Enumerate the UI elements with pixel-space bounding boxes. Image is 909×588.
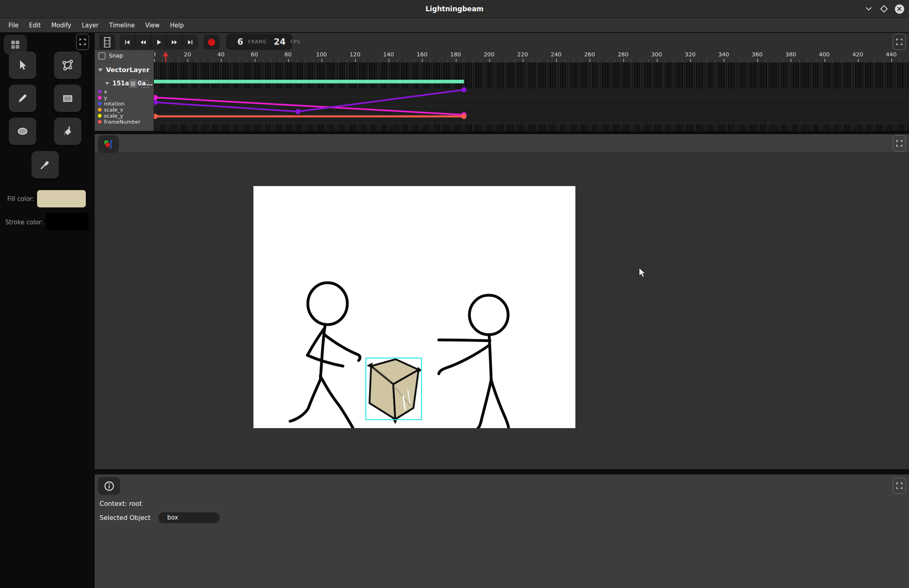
ruler-tick — [363, 60, 364, 62]
skip-start-button[interactable] — [120, 35, 135, 50]
timeline-expand-button[interactable] — [893, 34, 906, 50]
ruler-tick — [573, 60, 573, 62]
maximize-button[interactable] — [879, 4, 889, 14]
snap-checkbox[interactable] — [98, 52, 106, 60]
canvas-expand-button[interactable] — [893, 135, 906, 151]
timeline-ruler[interactable]: 0204060801001201401601802002202402602803… — [154, 50, 909, 62]
ruler-tick — [322, 59, 322, 62]
ruler-tick — [313, 60, 313, 62]
menu-item-view[interactable]: View — [140, 18, 165, 33]
close-button[interactable] — [894, 4, 904, 14]
frame-fps-panel[interactable]: 6 FRAME 24 FPS — [226, 34, 292, 50]
frame-value: 6 — [237, 37, 243, 47]
filmstrip-icon — [103, 37, 111, 48]
eyedropper-icon — [39, 159, 51, 171]
ruler-tick — [715, 60, 716, 62]
inspector-expand-button[interactable] — [893, 478, 906, 494]
y-curve[interactable] — [155, 97, 464, 115]
ruler-tick — [347, 60, 347, 62]
eyedropper-tool-button[interactable] — [31, 151, 59, 178]
x-curve-keyframe-dot[interactable] — [295, 109, 301, 114]
fast-forward-icon — [170, 39, 178, 46]
stick-figure-left[interactable] — [290, 283, 360, 428]
property-color-dot — [98, 120, 102, 124]
menu-item-edit[interactable]: Edit — [24, 18, 46, 33]
rectangle-tool-button[interactable] — [54, 85, 81, 112]
tools-expand-button[interactable] — [76, 34, 89, 50]
menu-item-file[interactable]: File — [3, 18, 24, 33]
ruler-tick — [388, 59, 389, 62]
frame-unit-label: FRAME — [248, 39, 267, 45]
skip-start-icon — [124, 39, 131, 46]
stroke-color-swatch[interactable] — [46, 213, 89, 230]
ruler-tick — [900, 60, 900, 62]
pencil-tool-button[interactable] — [9, 85, 36, 112]
ruler-tick — [598, 60, 598, 62]
sublayer-collapse-icon[interactable] — [105, 82, 109, 85]
x-curve-keyframe-dot[interactable] — [154, 100, 158, 105]
timeline-curves[interactable] — [154, 62, 909, 131]
ellipse-tool-button[interactable] — [9, 118, 36, 145]
property-row-y[interactable]: y — [95, 95, 154, 101]
canvas-shapes-button[interactable] — [98, 135, 119, 153]
property-row-rotation[interactable]: rotation — [95, 101, 154, 107]
x-curve-keyframe-dot[interactable] — [461, 87, 467, 93]
stick-figure-right[interactable] — [439, 295, 508, 428]
paint-bucket-tool-button[interactable] — [54, 118, 81, 145]
selected-object-input[interactable]: box — [158, 512, 220, 523]
rewind-button[interactable] — [135, 35, 151, 50]
ruler-tick — [229, 60, 230, 62]
menu-item-help[interactable]: Help — [165, 18, 189, 33]
ruler-tick — [238, 60, 238, 62]
property-row-x[interactable]: x — [95, 89, 154, 95]
ruler-tick — [171, 60, 171, 62]
property-row-scale_y[interactable]: scale_y — [95, 113, 154, 119]
film-button[interactable] — [99, 35, 115, 50]
record-button[interactable] — [203, 35, 220, 50]
box-object[interactable] — [367, 359, 422, 424]
property-row-frameNumber[interactable]: frameNumber — [95, 119, 154, 125]
transform-tool-button[interactable] — [54, 52, 81, 79]
stage[interactable] — [253, 186, 575, 428]
frameNumber-curve-keyframe-dot[interactable] — [154, 114, 158, 119]
sublayer-row[interactable]: 151ad70a... ~ — [95, 79, 154, 89]
ruler-tick — [196, 60, 196, 62]
ruler-label: 260 — [584, 51, 595, 58]
property-color-dot — [98, 108, 102, 112]
layer-collapse-icon[interactable] — [98, 68, 103, 72]
frameNumber-curve-keyframe-dot[interactable] — [461, 114, 467, 119]
ruler-tick — [874, 60, 875, 62]
fill-color-swatch[interactable] — [37, 190, 86, 207]
minimize-button[interactable] — [864, 4, 874, 14]
menu-item-timeline[interactable]: Timeline — [104, 18, 140, 33]
ruler-tick — [472, 60, 473, 62]
ruler-label: 380 — [785, 51, 796, 58]
ellipse-icon — [17, 125, 29, 137]
sublayer-square-toggle[interactable] — [129, 79, 137, 88]
ruler-tick — [883, 60, 883, 62]
property-color-dot — [98, 96, 102, 99]
ruler-tick — [791, 59, 791, 62]
sublayer-tilde-toggle[interactable]: ~ — [141, 80, 149, 88]
select-tool-button[interactable] — [9, 52, 36, 79]
playhead-marker[interactable] — [163, 52, 168, 62]
ruler-tick — [807, 60, 808, 62]
ruler-tick — [204, 60, 205, 62]
stroke-color-label: Stroke color: — [5, 219, 43, 226]
ruler-tick — [414, 60, 414, 62]
ruler-tick — [816, 60, 816, 62]
skip-end-button[interactable] — [183, 35, 198, 50]
ruler-tick — [757, 59, 758, 62]
info-button[interactable] — [98, 477, 120, 495]
ruler-tick — [657, 59, 658, 62]
fast-forward-button[interactable] — [167, 35, 183, 50]
keyframe-span-bar[interactable] — [154, 80, 464, 83]
layer-row[interactable]: VectorLayer [L] — [95, 62, 154, 79]
property-row-scale_x[interactable]: scale_x — [95, 107, 154, 113]
play-button[interactable] — [151, 35, 167, 50]
tools-panel: Fill color: Stroke color: — [0, 33, 94, 588]
menu-item-modify[interactable]: Modify — [46, 18, 77, 33]
stage-canvas[interactable] — [253, 186, 575, 428]
menu-item-layer[interactable]: Layer — [77, 18, 104, 33]
y-curve-keyframe-dot[interactable] — [154, 95, 158, 100]
